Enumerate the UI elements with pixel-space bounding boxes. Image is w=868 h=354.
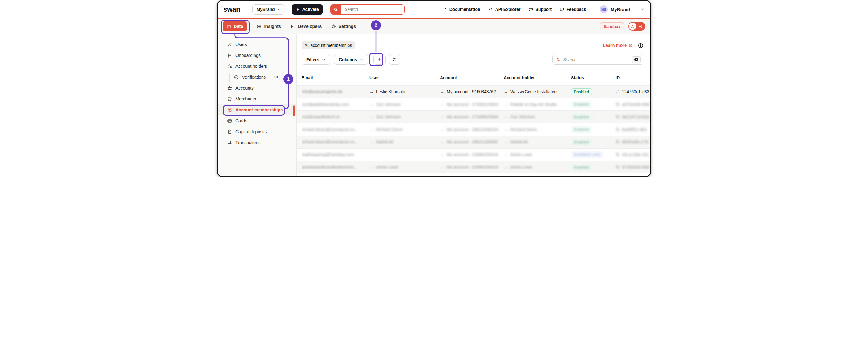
people-group-icon <box>227 107 232 112</box>
documentation-link[interactable]: Documentation <box>443 7 480 12</box>
tab-data[interactable]: Data <box>223 21 247 32</box>
chevron-down-icon <box>641 7 645 11</box>
active-item-indicator <box>293 105 294 116</box>
sidebar-item-capital-deposits[interactable]: Capital deposits <box>218 126 297 137</box>
table-toolbar: Filters Columns <box>302 54 644 65</box>
status-badge: Enabled <box>571 88 592 95</box>
columns-button[interactable]: Columns <box>334 54 368 65</box>
sidebar-item-users[interactable]: Users <box>218 39 297 50</box>
export-download-button[interactable] <box>373 54 385 65</box>
verified-badge-icon <box>234 75 239 80</box>
user-link[interactable]: →Leslie Khumalo <box>369 89 405 94</box>
flask-icon <box>629 23 636 30</box>
table-search: 43 <box>552 54 644 65</box>
project-selector[interactable]: MyBrand <box>252 4 285 14</box>
link-arrow-icon: → <box>504 89 508 94</box>
tab-insights[interactable]: Insights <box>257 24 281 29</box>
terminal-icon <box>291 24 296 29</box>
table-row[interactable]: richard.dixon@zoompost.co... →Richard Di… <box>297 123 650 136</box>
sidebar-item-merchants[interactable]: Merchants <box>218 94 297 104</box>
info-icon[interactable] <box>638 43 644 48</box>
refresh-icon <box>392 57 397 62</box>
status-badge: Enabled <box>571 126 592 133</box>
table-search-input[interactable] <box>561 57 631 62</box>
code-icon <box>488 7 493 12</box>
copy-icon <box>616 102 620 106</box>
link-arrow-icon: → <box>369 89 374 94</box>
sidebar-item-accounts[interactable]: Accounts <box>218 82 297 94</box>
sidebar-item-transactions[interactable]: Transactions <box>218 137 297 148</box>
sidebar-item-account-holders[interactable]: Account holders <box>218 61 297 72</box>
help-circle-icon <box>529 7 533 12</box>
environment-toggle[interactable] <box>628 22 645 31</box>
top-links: Documentation API Explorer Support Feedb… <box>443 5 645 13</box>
table-header: Email User Account Account holder Status… <box>297 70 650 85</box>
main-panel: All account memberships Learn more Fil <box>297 34 650 177</box>
activate-button[interactable]: Activate <box>291 4 323 14</box>
copy-icon <box>616 152 620 157</box>
status-badge: Enabled <box>571 139 592 145</box>
support-link[interactable]: Support <box>529 7 552 12</box>
copy-icon[interactable] <box>616 90 620 94</box>
filter-chip: All account memberships <box>302 41 355 49</box>
refresh-button[interactable] <box>389 54 400 65</box>
table-row[interactable]: zuri@paletteandclay.com →Zuri Johnson →M… <box>297 98 650 111</box>
tab-settings[interactable]: Settings <box>331 24 356 29</box>
column-header-account: Account <box>440 75 504 80</box>
sandbox-badge: Sandbox <box>600 23 624 30</box>
column-header-user: User <box>369 75 440 80</box>
bank-icon <box>227 85 232 91</box>
membership-id: 124760d1-d83 <box>622 89 649 94</box>
column-header-email: Email <box>302 75 369 80</box>
swan-logo: swan <box>223 5 240 13</box>
body: Users Onboardings Account holders Verifi… <box>218 34 650 177</box>
project-selector-label: MyBrand <box>257 7 275 12</box>
global-search-input[interactable] <box>341 4 404 14</box>
chevron-down-icon <box>360 58 363 62</box>
learn-more-link[interactable]: Learn more <box>603 43 633 48</box>
copy-icon <box>616 115 620 119</box>
copy-icon <box>616 128 620 132</box>
sidebar-item-cards[interactable]: Cards <box>218 115 297 126</box>
table-row[interactable]: info@wassergenie.de →Leslie Khumalo →My … <box>297 85 650 98</box>
status-badge: Enabled <box>571 101 592 108</box>
chevron-down-icon <box>277 7 281 11</box>
gear-icon <box>331 24 336 29</box>
capital-deposit-document-icon <box>227 129 232 134</box>
sidebar: Users Onboardings Account holders Verifi… <box>218 34 297 177</box>
column-header-id: ID <box>616 75 650 80</box>
account-menu[interactable]: MB MyBrand <box>600 5 645 13</box>
external-link-icon <box>628 43 633 47</box>
sidebar-item-account-memberships[interactable]: Account memberships <box>218 104 297 115</box>
column-header-status: Status <box>571 75 616 80</box>
copy-icon <box>616 165 620 169</box>
table-row[interactable]: aishalowe@nerdbirdartstud... →Aisha Lowe… <box>297 161 650 173</box>
status-badge: Enabled <box>571 164 592 171</box>
app-window: swan MyBrand Activate Documen <box>217 0 651 177</box>
filters-button[interactable]: Filters <box>302 54 330 65</box>
transfer-arrows-icon <box>227 140 232 145</box>
table-row[interactable]: zuri@swanfintech.io →Zuri Johnson →My ac… <box>297 110 650 123</box>
avatar: MB <box>600 5 608 13</box>
chevron-down-icon <box>322 58 326 62</box>
sidebar-item-verifications[interactable]: Verifications 10 <box>218 72 297 82</box>
top-bar: swan MyBrand Activate Documen <box>218 1 650 18</box>
result-count-badge: 43 <box>631 56 641 63</box>
feedback-link[interactable]: Feedback <box>559 7 586 12</box>
document-icon <box>443 7 447 12</box>
sidebar-item-onboardings[interactable]: Onboardings <box>218 50 297 61</box>
api-explorer-link[interactable]: API Explorer <box>488 7 521 12</box>
tab-developers[interactable]: Developers <box>291 24 321 29</box>
search-icon <box>556 57 561 62</box>
verifications-count-badge: 10 <box>272 74 280 80</box>
account-holder-link[interactable]: →WasserGenie Installateur <box>504 89 558 94</box>
environment-controls: Sandbox <box>600 22 645 31</box>
table-row[interactable]: richard.dixon@zoompost.co... →Mahdi Ali … <box>297 136 650 148</box>
table-row[interactable]: mathiaspring@3artplay.com →My account - … <box>297 148 650 161</box>
status-badge: Invitation sent <box>571 151 603 158</box>
storefront-icon <box>227 97 232 102</box>
download-icon <box>377 57 382 62</box>
user-lock-icon <box>227 64 232 69</box>
account-link[interactable]: →My account - 9160343762 <box>440 89 496 94</box>
bolt-icon <box>296 7 300 11</box>
